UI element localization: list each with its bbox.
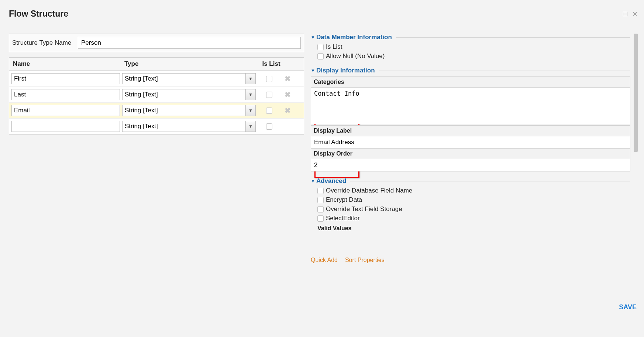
override-text-label: Override Text Field Storage — [326, 205, 402, 213]
delete-row-icon[interactable]: ✖ — [285, 74, 291, 83]
is-list-label: Is List — [326, 43, 342, 51]
chevron-down-icon[interactable]: ▼ — [245, 89, 256, 100]
section-data-member[interactable]: ▼ Data Member Information — [311, 34, 630, 41]
structure-type-label: Structure Type Name — [12, 39, 78, 47]
is-list-checkbox[interactable] — [266, 92, 272, 98]
flow-structure-dialog: Flow Structure ✕ Structure Type Name Nam… — [9, 9, 638, 298]
close-icon[interactable]: ✕ — [631, 10, 638, 18]
right-column: ▼ Data Member Information Is List Allow … — [311, 34, 638, 270]
section-advanced[interactable]: ▼ Advanced — [311, 177, 630, 185]
dialog-title: Flow Structure — [9, 9, 68, 19]
structure-type-row: Structure Type Name — [9, 34, 304, 52]
allow-null-label: Allow Null (No Value) — [326, 52, 385, 60]
is-list-checkbox[interactable] — [266, 108, 272, 114]
properties-scrollbar[interactable] — [633, 34, 638, 248]
override-text-checkbox[interactable] — [317, 206, 324, 212]
structure-type-input[interactable] — [78, 37, 301, 49]
delete-row-icon[interactable]: ✖ — [285, 90, 291, 99]
chevron-down-icon[interactable]: ▼ — [245, 121, 256, 132]
categories-input[interactable] — [311, 88, 630, 124]
window-controls: ✕ — [621, 10, 638, 18]
delete-row-icon[interactable]: ✖ — [285, 106, 291, 115]
display-label-label: Display Label — [311, 126, 630, 136]
display-label-input[interactable] — [311, 136, 630, 148]
member-type-input[interactable] — [122, 73, 245, 84]
left-column: Structure Type Name Name Type Is List — [9, 34, 304, 270]
section-advanced-label: Advanced — [316, 177, 346, 185]
is-list-checkbox[interactable] — [266, 76, 272, 82]
section-display-info-label: Display Information — [316, 67, 375, 74]
table-row[interactable]: ▼ ✖ — [9, 86, 304, 102]
chevron-down-icon: ▼ — [311, 68, 315, 73]
member-name-input[interactable] — [11, 105, 120, 116]
right-panel-links: Quick Add Sort Properties — [311, 257, 638, 263]
table-row[interactable]: ▼ ✖ — [9, 71, 304, 86]
member-name-input[interactable] — [11, 73, 120, 84]
select-editor-label: SelectEditor — [326, 215, 360, 222]
encrypt-data-label: Encrypt Data — [326, 196, 362, 204]
members-grid: Name Type Is List ▼ ✖ — [9, 57, 304, 135]
table-row[interactable]: ▼ — [9, 118, 304, 134]
section-display-info[interactable]: ▼ Display Information — [311, 67, 630, 74]
section-data-member-label: Data Member Information — [316, 34, 392, 41]
valid-values-label: Valid Values — [317, 225, 630, 232]
maximize-icon[interactable] — [621, 10, 629, 18]
member-type-input[interactable] — [122, 121, 245, 132]
chevron-down-icon[interactable]: ▼ — [245, 73, 256, 84]
categories-label: Categories — [311, 76, 630, 88]
allow-null-checkbox[interactable] — [317, 53, 324, 59]
chevron-down-icon: ▼ — [311, 35, 315, 40]
table-row[interactable]: ▼ ✖ — [9, 102, 304, 118]
select-editor-checkbox[interactable] — [317, 215, 324, 222]
save-button[interactable]: SAVE — [619, 303, 637, 311]
display-order-input[interactable] — [311, 159, 630, 171]
member-name-input[interactable] — [11, 89, 120, 100]
is-list-checkbox[interactable] — [266, 123, 272, 130]
chevron-down-icon[interactable]: ▼ — [245, 105, 256, 116]
quick-add-link[interactable]: Quick Add — [311, 257, 338, 263]
col-header-name: Name — [13, 60, 124, 68]
override-db-label: Override Database Field Name — [326, 187, 412, 194]
col-header-type: Type — [124, 60, 260, 68]
member-type-input[interactable] — [122, 105, 245, 116]
is-list-checkbox[interactable] — [317, 44, 324, 50]
col-header-islist: Is List — [260, 60, 282, 68]
member-name-input[interactable] — [11, 121, 120, 132]
override-db-checkbox[interactable] — [317, 188, 324, 194]
chevron-down-icon: ▼ — [311, 178, 315, 184]
sort-properties-link[interactable]: Sort Properties — [345, 257, 385, 263]
encrypt-data-checkbox[interactable] — [317, 197, 324, 203]
member-type-input[interactable] — [122, 89, 245, 100]
display-order-label: Display Order — [311, 149, 630, 159]
